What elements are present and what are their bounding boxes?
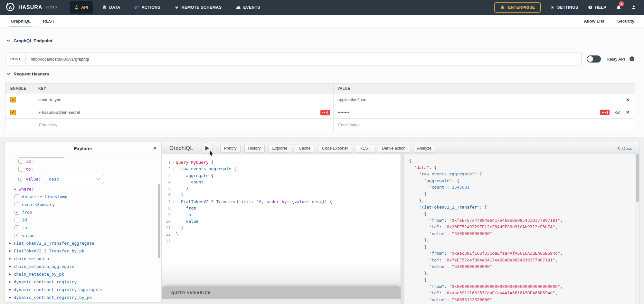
explorer-item-id[interactable]: id <box>5 216 161 224</box>
explorer-item-to[interactable]: ✓to <box>5 224 161 231</box>
link-allow-list[interactable]: Allow List <box>583 15 605 27</box>
field-checkbox[interactable]: ✓ <box>14 210 19 215</box>
toolbar-button-history[interactable]: History <box>244 144 265 152</box>
explorer-item-eventssummary[interactable]: eventsSummary <box>5 201 161 208</box>
user-menu-button[interactable] <box>631 5 636 10</box>
explorer-item-chain-metadata-by-pk[interactable]: ▶chain_metadata_by_pk <box>5 270 161 278</box>
field-checkbox[interactable] <box>14 194 19 199</box>
field-checkbox[interactable] <box>18 159 23 164</box>
field-checkbox[interactable]: ✓ <box>18 177 23 181</box>
field-checkbox[interactable] <box>14 218 19 222</box>
field-checkbox[interactable]: ✓ <box>14 225 19 230</box>
http-method-label: POST <box>5 53 26 65</box>
header-key-cell[interactable]: content-type <box>34 93 333 106</box>
expand-arrow-icon: ▶ <box>9 296 11 299</box>
response-line: "to": "0xfeEF57c4f894e6417e468aDe9854330… <box>409 257 639 264</box>
enterprise-button[interactable]: ENTERPRISE <box>494 2 541 13</box>
toolbar-button-derive-action[interactable]: Derive action <box>378 144 409 152</box>
remove-header-icon[interactable]: ✕ <box>626 110 630 114</box>
explorer-item-dynamic-contract-registry-aggregate[interactable]: ▶dynamic_contract_registry_aggregate <box>5 286 161 293</box>
fold-marker-icon[interactable]: ▾ <box>171 199 176 205</box>
toolbar-button-code-exporter[interactable]: Code Exporter <box>318 144 352 152</box>
explorer-item-chain-metadata-aggregate[interactable]: ▶chain_metadata_aggregate <box>5 262 161 270</box>
new-header-row <box>5 118 635 131</box>
toolbar-button-cache[interactable]: Cache <box>295 144 314 152</box>
expand-arrow-icon: ▶ <box>14 187 16 191</box>
field-checkbox[interactable] <box>14 202 19 207</box>
response-scrollbar[interactable] <box>635 154 639 304</box>
toolbar-button-explorer[interactable]: Explorer <box>269 144 291 152</box>
explorer-item-chain-metadata[interactable]: ▶chain_metadata <box>5 255 161 262</box>
field-checkbox[interactable]: ✓ <box>14 233 19 238</box>
expand-arrow-icon: ▶ <box>9 265 11 268</box>
explorer-scrollbar[interactable] <box>158 184 160 258</box>
explorer-close-icon[interactable]: ✕ <box>153 145 157 151</box>
explorer-item-fiattokenv2-2-transfer-by-pk[interactable]: ▶FiatTokenV2_2_Transfer_by_pk <box>5 247 161 255</box>
header-enabled-checkbox[interactable]: ✓ <box>10 97 16 103</box>
column-value: VALUE <box>333 83 635 93</box>
query-variables-editor[interactable] <box>162 299 401 304</box>
brand-name: HASURA <box>18 5 42 10</box>
relay-info-icon[interactable]: i <box>630 56 634 61</box>
explorer-item-fiattokenv2-2-transfer-aggregate[interactable]: ▶FiatTokenV2_2_Transfer_aggregate <box>5 239 161 247</box>
explorer-item-id-[interactable]: id: <box>5 157 161 165</box>
nav-item-data[interactable]: DATA <box>98 1 125 14</box>
nav-item-api[interactable]: API <box>70 1 93 14</box>
fold-marker-icon[interactable]: ▾ <box>171 159 176 166</box>
docs-button[interactable]: Docs <box>610 142 639 154</box>
field-checkbox[interactable] <box>18 167 23 172</box>
query-variables-bar[interactable]: QUERY VARIABLES <box>162 287 401 299</box>
fold-marker-icon <box>171 205 176 211</box>
tab-graphiql[interactable]: GraphiQL <box>10 15 31 27</box>
explorer-item-dynamic-contract-registry[interactable]: ▶dynamic_contract_registry <box>5 278 161 286</box>
explorer-item-dynamic-contract-registry-by-pk[interactable]: ▶dynamic_contract_registry_by_pk <box>5 293 161 301</box>
gears-icon <box>134 5 139 10</box>
explorer-item-where-[interactable]: ▶where: <box>5 185 161 193</box>
header-enabled-checkbox[interactable]: ✓ <box>10 110 16 115</box>
explorer-item-to-[interactable]: to: <box>5 165 161 173</box>
new-header-key-input[interactable] <box>38 122 317 128</box>
scrolled-item-fragment <box>5 155 161 157</box>
fold-marker-icon <box>171 211 176 218</box>
masked-value-badge <box>320 110 330 115</box>
relay-api-toggle[interactable] <box>587 55 601 63</box>
explorer-item-db-write-timestamp[interactable]: db_write_timestamp <box>5 193 161 201</box>
notifications-button[interactable]: 8 <box>616 4 621 11</box>
new-header-value-input[interactable] <box>337 122 616 128</box>
endpoint-url-input[interactable] <box>26 53 582 65</box>
endpoint-row: POST <box>5 53 582 65</box>
explorer-item-value[interactable]: ✓value <box>5 231 161 239</box>
toolbar-button-analyze[interactable]: Analyze <box>413 144 435 152</box>
fold-marker-icon[interactable]: ▾ <box>171 166 176 172</box>
toolbar-button-rest[interactable]: REST <box>356 144 374 152</box>
link-security[interactable]: Security <box>617 15 635 27</box>
tab-rest[interactable]: REST <box>42 15 55 27</box>
help-button[interactable]: ? HELP <box>588 5 606 10</box>
graphql-endpoint-section-header[interactable]: GraphQL Endpoint <box>6 38 52 43</box>
request-headers-section-header[interactable]: Request Headers <box>6 72 49 76</box>
editor-line: 6 } <box>162 192 401 198</box>
response-line: } <box>409 191 639 198</box>
remove-header-icon[interactable]: ✕ <box>626 98 630 102</box>
response-line: "aggregate": { <box>409 178 639 184</box>
header-key-cell[interactable]: x-hasura-admin-secret <box>34 106 333 118</box>
settings-button[interactable]: SETTINGS <box>550 5 578 10</box>
explorer-item-from[interactable]: ✓from <box>5 208 161 216</box>
chevron-down-icon <box>6 73 10 75</box>
explorer-item-value-[interactable]: ✓value:desc <box>5 173 161 185</box>
nav-item-events[interactable]: EVENTS <box>231 1 265 14</box>
nav-item-remote-schemas[interactable]: REMOTE SCHEMAS <box>170 1 226 14</box>
nav-item-actions[interactable]: ACTIONS <box>129 1 165 14</box>
question-icon: ? <box>588 5 592 10</box>
response-line: "from": "0xfeEF57c4f894e6417e468aDe98543… <box>409 217 639 224</box>
header-value-cell[interactable]: application/json✕ <box>333 93 635 106</box>
execute-query-button[interactable] <box>201 142 213 154</box>
fold-marker-icon <box>171 225 176 231</box>
order-direction-select[interactable]: desc <box>45 174 104 184</box>
response-line: "from": "0x00000000000000000000000000000… <box>409 283 639 290</box>
query-editor[interactable]: 1▾query MyQuery {2▾ raw_events_aggregate… <box>162 154 401 287</box>
hasura-logo-icon[interactable] <box>5 2 15 13</box>
eye-icon[interactable] <box>615 111 620 114</box>
header-value-cell[interactable]: ••••••••✕ <box>333 106 635 118</box>
toolbar-button-prettify[interactable]: Prettify <box>220 144 241 152</box>
